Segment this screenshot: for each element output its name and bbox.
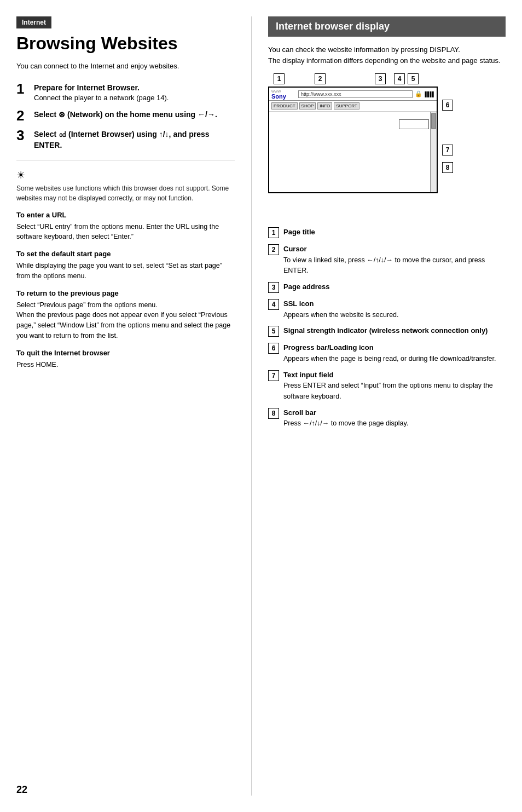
tip-section: ☀ Some websites use functions which this… xyxy=(16,169,235,203)
browser-mockup: www Sony http://www.xxx.xxx 🔒 ▌▌▌▌ PRODU… xyxy=(268,87,438,193)
item-num-8: 8 xyxy=(268,408,279,419)
scrollbar-thumb xyxy=(431,113,436,129)
step-content-2: Select ⊛ (Network) on the home menu usin… xyxy=(34,108,217,120)
item-row-6: 6 Progress bar/Loading icon Appears when… xyxy=(268,342,506,364)
browser-nav-bar: PRODUCT SHOP INFO SUPPORT xyxy=(269,101,437,112)
item-num-2: 2 xyxy=(268,244,279,255)
main-title: Browsing Websites xyxy=(16,34,235,53)
step-number-2: 2 xyxy=(16,108,28,123)
item-num-6: 6 xyxy=(268,343,279,354)
diagram-num-8: 8 xyxy=(442,162,453,173)
step-number-3: 3 xyxy=(16,128,28,142)
intro-text: You can connect to the Internet and enjo… xyxy=(16,61,235,72)
item-num-1: 1 xyxy=(268,227,279,238)
diagram-num-7: 7 xyxy=(442,145,453,156)
tip-text: Some websites use functions which this b… xyxy=(16,183,235,203)
item-content-2: Cursor To view a linked site, press ←/↑/… xyxy=(283,244,506,276)
diagram-num-2: 2 xyxy=(315,73,326,84)
step-3: 3 Select ㏅ (Internet Browser) using ↑/↓,… xyxy=(16,128,235,151)
item-content-6: Progress bar/Loading icon Appears when t… xyxy=(283,342,496,364)
divider xyxy=(16,160,235,160)
left-column: Internet Browsing Websites You can conne… xyxy=(16,16,252,796)
right-section-title: Internet browser display xyxy=(268,16,506,37)
diagram-num-1: 1 xyxy=(274,73,285,84)
step-number-1: 1 xyxy=(16,82,28,96)
browser-lock-icon: 🔒 xyxy=(415,90,422,97)
item-num-7: 7 xyxy=(268,370,279,381)
page-number: 22 xyxy=(16,784,27,796)
diagram-num-6: 6 xyxy=(442,100,453,111)
item-row-1: 1 Page title xyxy=(268,227,506,238)
item-content-8: Scroll bar Press ←/↑/↓/→ to move the pag… xyxy=(283,407,408,429)
browser-address-bar: www Sony http://www.xxx.xxx 🔒 ▌▌▌▌ xyxy=(269,88,437,101)
item-content-5: Signal strength indicator (wireless netw… xyxy=(283,325,488,336)
browser-logo: www Sony xyxy=(271,88,296,100)
sub-text-url: Select “URL entry” from the options menu… xyxy=(16,222,235,243)
diagram-num-4: 4 xyxy=(394,73,405,84)
nav-btn-product: PRODUCT xyxy=(271,102,298,110)
text-input-field-mockup xyxy=(399,119,429,129)
step-1: 1 Prepare for Internet Browser. Connect … xyxy=(16,82,235,103)
item-row-5: 5 Signal strength indicator (wireless ne… xyxy=(268,325,506,337)
item-row-3: 3 Page address xyxy=(268,281,506,293)
nav-btn-shop: SHOP xyxy=(299,102,316,110)
item-row-7: 7 Text input field Press ENTER and selec… xyxy=(268,370,506,402)
section-label: Internet xyxy=(16,16,51,28)
browser-diagram-wrapper: 1 2 3 4 5 www Sony http://www.xxx.xxx 🔒 xyxy=(268,73,454,216)
step-content-1: Prepare for Internet Browser. Connect th… xyxy=(34,82,169,103)
sub-text-quit: Press HOME. xyxy=(16,360,235,370)
sub-text-startpage: While displaying the page you want to se… xyxy=(16,261,235,281)
browser-signal-icon: ▌▌▌▌ xyxy=(425,91,434,97)
nav-btn-support: SUPPORT xyxy=(334,102,359,110)
sub-text-prevpage: Select “Previous page” from the options … xyxy=(16,300,235,341)
browser-content-area xyxy=(269,112,437,192)
browser-url-bar: http://www.xxx.xxx xyxy=(298,90,413,98)
item-num-3: 3 xyxy=(268,282,279,293)
item-num-4: 4 xyxy=(268,299,279,310)
sub-heading-prevpage: To return to the previous page xyxy=(16,289,235,297)
sub-heading-url: To enter a URL xyxy=(16,211,235,219)
item-content-1: Page title xyxy=(283,227,315,238)
browser-scrollbar xyxy=(430,112,437,192)
item-content-4: SSL icon Appears when the website is sec… xyxy=(283,298,399,320)
nav-btn-info: INFO xyxy=(317,102,332,110)
item-content-7: Text input field Press ENTER and select … xyxy=(283,370,506,402)
items-list: 1 Page title 2 Cursor To view a linked s… xyxy=(268,227,506,429)
step-content-3: Select ㏅ (Internet Browser) using ↑/↓, a… xyxy=(34,128,235,151)
item-row-4: 4 SSL icon Appears when the website is s… xyxy=(268,298,506,320)
sub-heading-quit: To quit the Internet browser xyxy=(16,349,235,357)
step-2: 2 Select ⊛ (Network) on the home menu us… xyxy=(16,108,235,123)
right-column: Internet browser display You can check t… xyxy=(252,16,506,796)
item-row-2: 2 Cursor To view a linked site, press ←/… xyxy=(268,244,506,276)
diagram-num-3: 3 xyxy=(375,73,386,84)
item-num-5: 5 xyxy=(268,326,279,337)
item-content-3: Page address xyxy=(283,281,330,292)
diagram-num-5: 5 xyxy=(408,73,419,84)
right-intro: You can check the website information by… xyxy=(268,44,506,66)
tip-icon: ☀ xyxy=(16,169,235,181)
sub-heading-startpage: To set the default start page xyxy=(16,250,235,258)
item-row-8: 8 Scroll bar Press ←/↑/↓/→ to move the p… xyxy=(268,407,506,429)
